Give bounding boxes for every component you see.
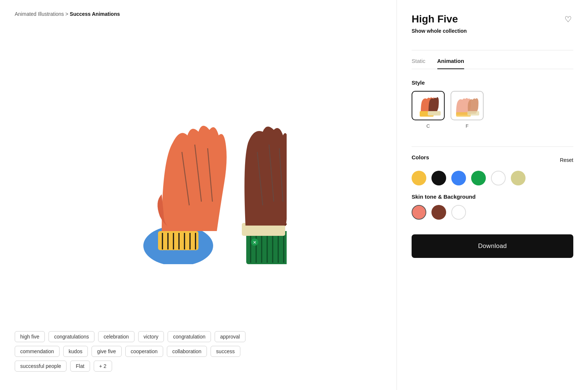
breadcrumb: Animated Illustrations > Success Animati… bbox=[15, 11, 382, 17]
style-section: Style C F bbox=[412, 79, 573, 139]
tag-collaboration[interactable]: collaboration bbox=[167, 346, 207, 357]
colors-label: Colors bbox=[412, 154, 429, 160]
style-card-label-F: F bbox=[466, 123, 469, 129]
skin-tone-label: Skin tone & Background bbox=[412, 194, 573, 200]
color-swatch-blue[interactable] bbox=[451, 171, 466, 185]
download-button[interactable]: Download bbox=[412, 234, 573, 258]
breadcrumb-separator: > bbox=[65, 11, 68, 17]
tag-kudos[interactable]: kudos bbox=[63, 346, 88, 357]
high-five-illustration: ✕ bbox=[110, 88, 287, 264]
color-swatch-black[interactable] bbox=[431, 171, 446, 185]
svg-rect-1 bbox=[158, 231, 198, 250]
tag-high-five[interactable]: high five bbox=[15, 331, 45, 342]
color-swatch-yellow[interactable] bbox=[412, 171, 426, 185]
tag-Flat[interactable]: Flat bbox=[70, 361, 90, 372]
svg-rect-27 bbox=[428, 111, 441, 116]
favorite-button[interactable]: ♡ bbox=[563, 13, 573, 26]
tabs-container: StaticAnimation bbox=[412, 58, 573, 69]
style-card-image-C bbox=[412, 91, 445, 120]
collection-link[interactable]: Show whole collection bbox=[412, 28, 573, 34]
divider-top bbox=[412, 50, 573, 50]
reset-colors-button[interactable]: Reset bbox=[560, 157, 573, 163]
skin-swatches bbox=[412, 205, 573, 220]
right-panel: High Five ♡ Show whole collection Static… bbox=[397, 0, 588, 390]
tag-success[interactable]: success bbox=[211, 346, 240, 357]
tag-congratulation[interactable]: congratulation bbox=[168, 331, 211, 342]
colors-header: Colors Reset bbox=[412, 154, 573, 166]
tab-static[interactable]: Static bbox=[412, 58, 426, 69]
skin-swatch-white[interactable] bbox=[451, 205, 466, 220]
tag-victory[interactable]: victory bbox=[138, 331, 164, 342]
style-card-image-F bbox=[451, 91, 484, 120]
color-swatch-khaki[interactable] bbox=[511, 171, 526, 185]
style-label: Style bbox=[412, 79, 573, 86]
style-card-C[interactable]: C bbox=[412, 91, 445, 129]
divider-colors bbox=[412, 146, 573, 147]
breadcrumb-parent[interactable]: Animated Illustrations bbox=[15, 11, 64, 17]
tag-give-five[interactable]: give five bbox=[92, 346, 121, 357]
color-swatch-white[interactable] bbox=[491, 171, 506, 185]
title-row: High Five ♡ bbox=[412, 13, 573, 26]
left-panel: Animated Illustrations > Success Animati… bbox=[0, 0, 397, 390]
svg-text:✕: ✕ bbox=[253, 240, 257, 245]
tags-row-2: commendationkudosgive fivecooperationcol… bbox=[15, 346, 382, 357]
illustration-title: High Five bbox=[412, 13, 458, 25]
tag-commendation[interactable]: commendation bbox=[15, 346, 60, 357]
tag-+-2[interactable]: + 2 bbox=[94, 361, 112, 372]
tag-successful-people[interactable]: successful people bbox=[15, 361, 67, 372]
svg-rect-12 bbox=[246, 231, 287, 264]
svg-rect-29 bbox=[467, 111, 479, 116]
tag-approval[interactable]: approval bbox=[215, 331, 245, 342]
style-card-F[interactable]: F bbox=[451, 91, 484, 129]
tags-area: high fivecongratulationscelebrationvicto… bbox=[15, 324, 382, 379]
tag-congratulations[interactable]: congratulations bbox=[49, 331, 94, 342]
breadcrumb-current: Success Animations bbox=[70, 11, 120, 17]
color-swatch-green[interactable] bbox=[471, 171, 486, 185]
tags-row-3: successful peopleFlat+ 2 bbox=[15, 361, 382, 372]
tag-cooperation[interactable]: cooperation bbox=[125, 346, 163, 357]
color-swatches bbox=[412, 171, 573, 185]
style-options: C F bbox=[412, 91, 573, 129]
colors-section: Colors Reset bbox=[412, 154, 573, 194]
tag-celebration[interactable]: celebration bbox=[98, 331, 135, 342]
skin-tone-section: Skin tone & Background bbox=[412, 194, 573, 234]
tags-row-1: high fivecongratulationscelebrationvicto… bbox=[15, 331, 382, 342]
style-card-label-C: C bbox=[426, 123, 430, 129]
tab-animation[interactable]: Animation bbox=[437, 58, 464, 69]
skin-swatch-peach[interactable] bbox=[412, 205, 426, 220]
skin-swatch-brown[interactable] bbox=[431, 205, 446, 220]
illustration-area: ✕ bbox=[15, 28, 382, 324]
